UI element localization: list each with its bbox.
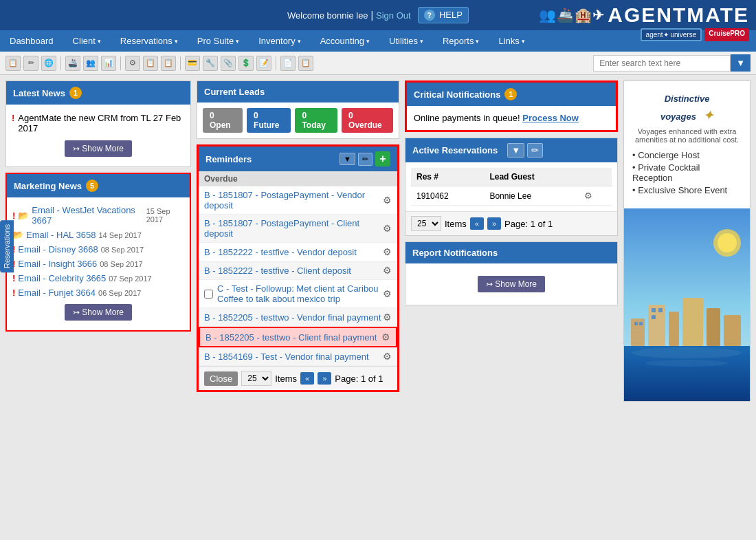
reminders-filter-icon[interactable]: ▼ <box>340 153 355 165</box>
reminder-text-2[interactable]: B - 1851807 - PostagePayment - Client de… <box>204 218 383 239</box>
search-input[interactable] <box>593 55 731 72</box>
mkt-link-3[interactable]: Email - Disney 3668 <box>18 244 98 255</box>
toolbar-icon-6[interactable]: 📊 <box>101 56 116 71</box>
res-page-info: Page: 1 of 1 <box>504 219 553 229</box>
reminder-text-1[interactable]: B - 1851807 - PostagePayment - Vendor de… <box>204 190 383 210</box>
toolbar-icon-9[interactable]: 📋 <box>161 56 176 71</box>
mkt-item-1: ! 📂 Email - WestJet Vacations 3667 15 Se… <box>12 203 184 228</box>
reminder-gear-2[interactable]: ⚙ <box>383 223 392 234</box>
toolbar-icon-14[interactable]: 📝 <box>256 56 271 71</box>
cruise-pro-logo[interactable]: CruisePRO <box>704 28 749 41</box>
mkt-link-2[interactable]: Email - HAL 3658 <box>26 230 96 240</box>
side-tab[interactable]: Reservations <box>0 220 14 272</box>
mkt-link-4[interactable]: Email - Insight 3666 <box>18 259 97 269</box>
reminders-page-next[interactable]: » <box>318 372 331 385</box>
toolbar-icon-7[interactable]: ⚙ <box>125 56 140 71</box>
svg-point-14 <box>718 233 737 252</box>
leads-badge-today[interactable]: 0 Today <box>295 108 337 133</box>
reminders-edit-icon[interactable]: ✏ <box>358 153 373 166</box>
mkt-link-6[interactable]: Email - Funjet 3664 <box>18 288 96 298</box>
reminder-text-4[interactable]: B - 1852222 - testfive - Client deposit <box>204 266 383 276</box>
toolbar-icon-8[interactable]: 📋 <box>143 56 158 71</box>
report-notifications-show-more[interactable]: Show More <box>478 276 545 292</box>
toolbar-icon-3[interactable]: 🌐 <box>41 56 56 71</box>
help-button[interactable]: ? HELP <box>418 7 469 23</box>
svg-rect-11 <box>658 308 663 312</box>
current-leads-header: Current Leads <box>197 81 399 102</box>
nav-reservations[interactable]: Reservations ▾ <box>111 30 188 52</box>
toolbar-icon-12[interactable]: 📎 <box>221 56 236 71</box>
sign-out-link[interactable]: Sign Out <box>376 10 411 21</box>
marketing-news-panel: Marketing News 5 ! 📂 Email - WestJet Vac… <box>5 173 191 332</box>
nav-utilities[interactable]: Utilities ▾ <box>379 30 433 52</box>
toolbar-icon-11[interactable]: 🔧 <box>203 56 218 71</box>
mkt-excl-5: ! <box>12 273 15 283</box>
nav-dashboard[interactable]: Dashboard <box>0 30 63 52</box>
res-gear-1[interactable]: ⚙ <box>579 186 612 206</box>
news-excl-1: ! <box>12 113 14 123</box>
reminders-page-first[interactable]: « <box>300 372 314 385</box>
agent-universe-logo[interactable]: agent✦ universe <box>641 28 702 41</box>
reminder-checkbox-5[interactable] <box>204 290 213 299</box>
res-items-per-page[interactable]: 25 50 <box>411 216 441 231</box>
reminder-text-8[interactable]: B - 1854169 - Test - Vendor final paymen… <box>204 352 383 362</box>
reminders-items-per-page[interactable]: 25 50 <box>241 371 271 386</box>
reminder-gear-8[interactable]: ⚙ <box>383 351 392 362</box>
ad-features: • Concierge Host • Private Cocktail Rece… <box>631 144 743 202</box>
toolbar-icon-5[interactable]: 👥 <box>83 56 98 71</box>
active-res-edit-icon[interactable]: ✏ <box>527 143 543 158</box>
svg-rect-10 <box>652 308 656 312</box>
toolbar-icon-13[interactable]: 💲 <box>238 56 254 71</box>
latest-news-badge: 1 <box>69 87 82 99</box>
marketing-news-show-more[interactable]: Show More <box>65 304 132 321</box>
reminder-gear-4[interactable]: ⚙ <box>383 265 392 276</box>
nav-links[interactable]: Links ▾ <box>489 30 534 52</box>
latest-news-body: ! AgentMate the new CRM from TL 27 Feb 2… <box>6 105 190 166</box>
leads-badge-future[interactable]: 0 Future <box>247 108 291 133</box>
reminder-gear-7[interactable]: ⚙ <box>381 332 390 343</box>
reminder-gear-5[interactable]: ⚙ <box>383 288 392 299</box>
toolbar-icon-16[interactable]: 📋 <box>298 56 313 71</box>
current-leads-panel: Current Leads 0 Open 0 Future 0 Today 0 … <box>197 80 399 139</box>
latest-news-panel: Latest News 1 ! AgentMate the new CRM fr… <box>5 80 191 167</box>
help-icon: ? <box>424 10 435 21</box>
reminder-gear-1[interactable]: ⚙ <box>383 195 392 206</box>
toolbar-icon-10[interactable]: 💳 <box>185 56 200 71</box>
nav-pro-suite[interactable]: Pro Suite ▾ <box>188 30 249 52</box>
toolbar-icon-15[interactable]: 📄 <box>280 56 296 71</box>
col-right: Critical Notifications 1 Online payments… <box>405 80 618 402</box>
reminder-text-3[interactable]: B - 1852222 - testfive - Vendor deposit <box>204 247 383 257</box>
mkt-link-5[interactable]: Email - Celebrity 3665 <box>18 273 106 283</box>
search-filter-button[interactable]: ▼ <box>731 54 751 72</box>
links-arrow: ▾ <box>522 38 525 45</box>
leads-badge-overdue[interactable]: 0 Overdue <box>342 108 393 133</box>
process-now-link[interactable]: Process Now <box>522 113 579 123</box>
reminder-text-7[interactable]: B - 1852205 - testtwo - Client final pay… <box>205 332 381 343</box>
reservations-table: Res # Lead Guest 1910462 Bonnie Lee ⚙ <box>411 168 612 206</box>
active-res-filter-icon[interactable]: ▼ <box>507 143 524 158</box>
reminders-section-label: Overdue <box>199 171 397 186</box>
reminder-text-5[interactable]: C - Test - Followup: Met client at Carib… <box>217 283 383 304</box>
toolbar-icon-1[interactable]: 📋 <box>5 56 21 71</box>
nav-client[interactable]: Client ▾ <box>63 30 111 52</box>
nav-accounting[interactable]: Accounting ▾ <box>311 30 379 52</box>
critical-message: Online payments in queue! <box>414 113 520 123</box>
res-page-first[interactable]: « <box>470 217 484 230</box>
reminder-gear-6[interactable]: ⚙ <box>383 312 392 323</box>
marketing-news-title: Marketing News <box>14 181 82 191</box>
reminders-add-button[interactable]: + <box>375 151 390 166</box>
reminder-text-6[interactable]: B - 1852205 - testtwo - Vendor final pay… <box>204 312 383 323</box>
leads-badge-open[interactable]: 0 Open <box>203 108 243 133</box>
reminders-close-button[interactable]: Close <box>204 371 238 386</box>
agentmate-logo: 👥🚢🏨✈ AGENTMATE <box>539 3 749 27</box>
latest-news-show-more[interactable]: Show More <box>65 140 132 157</box>
nav-inventory[interactable]: Inventory ▾ <box>249 30 310 52</box>
reminders-title: Reminders <box>205 154 252 164</box>
toolbar-icon-4[interactable]: 🚢 <box>65 56 80 71</box>
reminder-gear-3[interactable]: ⚙ <box>383 246 392 257</box>
mkt-link-1[interactable]: Email - WestJet Vacations 3667 <box>32 205 143 226</box>
toolbar-icon-2[interactable]: ✏ <box>23 56 38 71</box>
nav-reports[interactable]: Reports ▾ <box>433 30 489 52</box>
res-page-next[interactable]: » <box>487 217 501 230</box>
latest-news-title: Latest News <box>13 88 65 98</box>
